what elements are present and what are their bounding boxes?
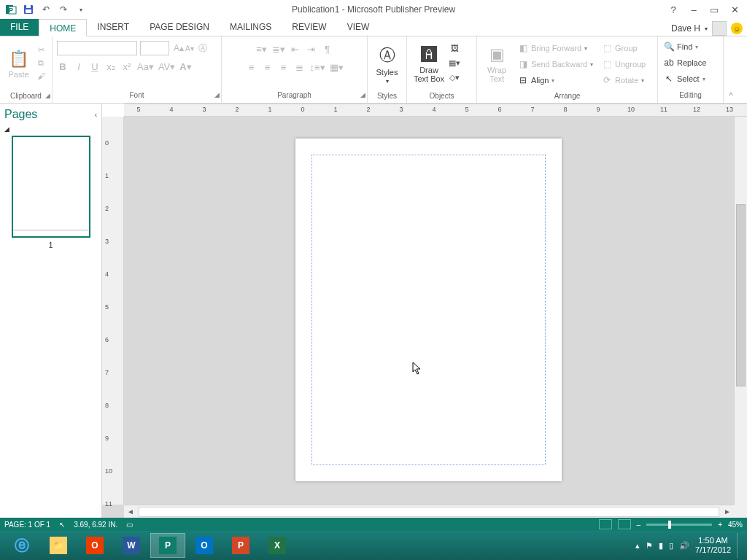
- vertical-ruler[interactable]: 01234567891011: [102, 117, 124, 505]
- undo-button[interactable]: ↶: [38, 1, 54, 18]
- columns-button[interactable]: ▦▾: [330, 62, 344, 73]
- line-spacing-button[interactable]: ↕≡▾: [309, 62, 325, 73]
- page-thumbnail[interactable]: [12, 136, 90, 238]
- change-case-button[interactable]: Aa▾: [137, 61, 154, 72]
- text-effects-button[interactable]: A▾: [179, 61, 191, 72]
- redo-button[interactable]: ↷: [55, 1, 71, 18]
- feedback-icon[interactable]: ☺: [731, 23, 743, 34]
- picture-button[interactable]: 🖼: [448, 44, 461, 55]
- show-desktop-button[interactable]: [737, 533, 743, 558]
- zoom-out-button[interactable]: –: [637, 521, 641, 529]
- scroll-thumb[interactable]: [736, 204, 746, 386]
- bullets-button[interactable]: ≡▾: [256, 44, 268, 55]
- taskbar-powerpoint[interactable]: P: [223, 533, 258, 558]
- font-family-combo[interactable]: [57, 41, 137, 55]
- justify-button[interactable]: ≣: [293, 62, 305, 73]
- taskbar-office[interactable]: O: [77, 533, 112, 558]
- cut-button[interactable]: ✂: [34, 45, 47, 57]
- volume-icon[interactable]: 🔊: [679, 541, 689, 551]
- horizontal-ruler[interactable]: 54321012345678910111213: [124, 104, 747, 117]
- group-button[interactable]: ⬚Group: [599, 41, 649, 55]
- shrink-font-button[interactable]: A▾: [185, 44, 194, 52]
- user-area[interactable]: Dave H ▾ ☺: [671, 21, 747, 36]
- para-marks-button[interactable]: ¶: [322, 44, 333, 55]
- align-right-button[interactable]: ≡: [277, 62, 289, 73]
- dialog-launcher-icon[interactable]: ◢: [360, 91, 365, 98]
- taskbar-word[interactable]: W: [114, 533, 149, 558]
- qat-dropdown[interactable]: ▾: [73, 1, 89, 18]
- taskbar-excel[interactable]: X: [260, 533, 295, 558]
- view-spread-button[interactable]: [618, 519, 631, 529]
- styles-button[interactable]: Ⓐ Styles ▾: [372, 38, 402, 90]
- font-size-combo[interactable]: [140, 41, 169, 55]
- bring-forward-button[interactable]: ◧Bring Forward▾: [515, 41, 596, 55]
- bold-button[interactable]: B: [57, 61, 69, 72]
- taskbar-outlook[interactable]: O: [187, 533, 222, 558]
- clear-format-button[interactable]: Ⓐ: [198, 42, 207, 55]
- align-center-button[interactable]: ≡: [261, 62, 273, 73]
- view-single-button[interactable]: [599, 519, 612, 529]
- copy-button[interactable]: ⧉: [34, 58, 47, 70]
- clock[interactable]: 1:50 AM 7/17/2012: [695, 536, 731, 555]
- wrap-text-button[interactable]: ▣ Wrap Text: [481, 38, 512, 90]
- minimize-button[interactable]: –: [687, 4, 700, 15]
- dialog-launcher-icon[interactable]: ◢: [45, 92, 50, 99]
- format-painter-button[interactable]: 🖌: [34, 71, 47, 83]
- decrease-indent-button[interactable]: ⇤: [290, 44, 301, 55]
- save-button[interactable]: [20, 1, 36, 18]
- send-backward-button[interactable]: ◨Send Backward▾: [515, 57, 596, 71]
- canvas[interactable]: [124, 117, 734, 505]
- increase-indent-button[interactable]: ⇥: [306, 44, 317, 55]
- replace-button[interactable]: abReplace: [661, 55, 709, 70]
- vertical-scrollbar[interactable]: [734, 117, 747, 505]
- italic-button[interactable]: I: [73, 61, 85, 72]
- tab-home[interactable]: HOME: [39, 19, 87, 36]
- pages-expand-icon[interactable]: ◢: [4, 125, 97, 133]
- zoom-thumb[interactable]: [668, 521, 671, 529]
- power-icon[interactable]: ▯: [669, 541, 673, 551]
- tab-view[interactable]: VIEW: [337, 18, 380, 36]
- app-icon[interactable]: P: [3, 1, 19, 18]
- align-button[interactable]: ⊟Align▾: [515, 73, 596, 88]
- page[interactable]: [295, 139, 562, 481]
- subscript-button[interactable]: x₂: [105, 61, 117, 72]
- zoom-slider[interactable]: [646, 524, 712, 526]
- align-left-button[interactable]: ≡: [245, 62, 257, 73]
- tab-review[interactable]: REVIEW: [282, 18, 336, 36]
- horizontal-scrollbar[interactable]: ◄ ►: [124, 505, 734, 518]
- network-icon[interactable]: ▮: [659, 541, 663, 551]
- taskbar-publisher[interactable]: P: [150, 533, 185, 558]
- collapse-ribbon-button[interactable]: ^: [724, 36, 738, 103]
- numbering-button[interactable]: ≣▾: [272, 44, 285, 55]
- rotate-button[interactable]: ⟳Rotate▾: [599, 73, 649, 88]
- taskbar-ie[interactable]: ⓔ: [4, 533, 39, 558]
- tab-mailings[interactable]: MAILINGS: [220, 18, 282, 36]
- tray-up-icon[interactable]: ▴: [635, 541, 640, 551]
- help-button[interactable]: ?: [667, 4, 680, 15]
- scroll-right-button[interactable]: ►: [721, 508, 734, 516]
- table-button[interactable]: ▦▾: [448, 58, 461, 70]
- dialog-launcher-icon[interactable]: ◢: [214, 91, 220, 98]
- zoom-in-button[interactable]: +: [718, 521, 722, 529]
- tab-file[interactable]: FILE: [0, 18, 39, 36]
- flag-icon[interactable]: ⚑: [646, 541, 653, 551]
- taskbar-explorer[interactable]: 📁: [41, 533, 76, 558]
- scroll-left-button[interactable]: ◄: [124, 508, 137, 516]
- paste-button[interactable]: 📋 Paste: [4, 38, 33, 90]
- status-page[interactable]: PAGE: 1 OF 1: [4, 521, 50, 529]
- shapes-button[interactable]: ◇▾: [448, 73, 461, 85]
- maximize-button[interactable]: ▭: [708, 4, 721, 15]
- tab-page-design[interactable]: PAGE DESIGN: [139, 18, 220, 36]
- scroll-track[interactable]: [139, 507, 719, 517]
- select-button[interactable]: ↖Select▾: [661, 71, 708, 86]
- char-spacing-button[interactable]: AV▾: [158, 61, 175, 72]
- draw-textbox-button[interactable]: 🅰 Draw Text Box: [411, 38, 446, 90]
- grow-font-button[interactable]: A▴: [174, 43, 184, 53]
- close-button[interactable]: ✕: [728, 4, 741, 15]
- zoom-level[interactable]: 45%: [728, 521, 743, 529]
- underline-button[interactable]: U: [89, 61, 101, 72]
- pages-collapse-icon[interactable]: ‹: [95, 111, 97, 119]
- ungroup-button[interactable]: ⬚Ungroup: [599, 57, 649, 71]
- find-button[interactable]: 🔍Find▾: [661, 39, 701, 54]
- superscript-button[interactable]: x²: [121, 61, 133, 72]
